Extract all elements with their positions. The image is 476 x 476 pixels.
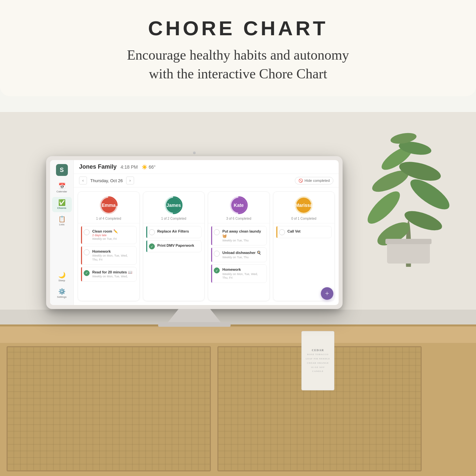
- chore-name: Replace Air Filters: [157, 229, 199, 234]
- chore-late: 2 days late: [92, 234, 134, 237]
- add-chore-button[interactable]: +: [321, 287, 333, 300]
- chore-item[interactable]: ✓HomeworkWeekly on Mon, Tue, Wed, Thu, F…: [211, 264, 267, 283]
- nav-date: Thursday, Oct 26: [90, 178, 123, 183]
- sidebar-logo: S: [56, 164, 68, 176]
- avatar-ring-kate: Kate: [229, 196, 248, 215]
- chore-name: Clean room ✏️: [92, 229, 134, 234]
- chore-name: Put away clean laundy 🧺: [222, 229, 264, 238]
- candle-decoration: Cedar ROSE TOBACCO LEAF FIR NEEDLE CEDAR…: [298, 318, 338, 390]
- chore-item[interactable]: HomeworkWeekly on Mon, Tue, Wed, Thu, Fr…: [81, 246, 137, 265]
- chore-item[interactable]: Replace Air Filters: [146, 226, 202, 238]
- main-content: Jones Family 4:18 PM ☀️ 66° ‹ Thursday, …: [74, 160, 339, 305]
- chore-checkbox[interactable]: [149, 229, 155, 235]
- chore-info: Replace Air Filters: [157, 229, 199, 234]
- column-header-emma: Emma 1 of 4 Completed: [78, 192, 139, 223]
- avatar-james: James: [166, 198, 181, 213]
- chore-list-kate: Put away clean laundy 🧺Weekly on Tue, Th…: [208, 223, 269, 301]
- monitor-base: [158, 322, 231, 327]
- svg-rect-11: [385, 239, 432, 244]
- chore-schedule: Weekly on Mon, Tue, Wed, Thu, Fri: [92, 254, 134, 262]
- svg-point-3: [363, 187, 405, 228]
- chore-checkbox[interactable]: [84, 249, 90, 255]
- chore-name: Call Vet: [288, 229, 329, 234]
- chore-info: HomeworkWeekly on Mon, Tue, Wed, Thu, Fr…: [92, 249, 134, 262]
- monitor-camera: [193, 152, 196, 154]
- chore-item[interactable]: Call Vet: [276, 226, 332, 238]
- completion-text-kate: 3 of 6 Completed: [226, 217, 251, 220]
- chore-item[interactable]: Unload dishwasher 🍳Weekly on Tue, Thu: [211, 247, 267, 262]
- avatar-emma: Emma: [101, 198, 116, 213]
- chore-name: Homework: [92, 249, 134, 254]
- chore-list-emma: Clean room ✏️2 days lateWeekly on Tue, F…: [78, 223, 139, 301]
- chore-info: Print DMV Paperwork: [157, 243, 199, 248]
- sidebar-item-sleep[interactable]: 🌙 Sleep: [52, 269, 72, 285]
- avatar-ring-marissa: Marissa: [294, 196, 313, 215]
- sidebar: S 📅 Calendar ✅ Chores 📋 Lists: [50, 160, 74, 305]
- sidebar-bottom: 🌙 Sleep ⚙️ Settings: [52, 269, 72, 301]
- app-header: Jones Family 4:18 PM ☀️ 66°: [74, 160, 339, 174]
- chore-checkbox[interactable]: ✓: [84, 270, 90, 276]
- avatar-ring-emma: Emma: [99, 196, 118, 215]
- family-name: Jones Family: [79, 163, 117, 170]
- sidebar-item-settings[interactable]: ⚙️ Settings: [52, 286, 72, 301]
- chore-column-kate: Kate 3 of 6 Completed Put away clean lau…: [208, 191, 270, 301]
- calendar-icon: 📅: [58, 183, 66, 189]
- chore-item[interactable]: ✓Read for 20 minutes 📖Weekly on Mon, Tue…: [81, 267, 137, 282]
- column-header-james: James 1 of 2 Completed: [143, 192, 205, 223]
- completion-text-emma: 1 of 4 Completed: [96, 217, 121, 220]
- completion-text-james: 1 of 2 Completed: [161, 217, 186, 220]
- chore-list-james: Replace Air Filters✓Print DMV Paperwork: [143, 223, 205, 301]
- chore-name: Unload dishwasher 🍳: [222, 250, 264, 255]
- chore-checkbox[interactable]: ✓: [214, 267, 220, 273]
- sleep-icon: 🌙: [58, 272, 66, 278]
- nav-bar: ‹ Thursday, Oct 26 › 🚫 Hide completed: [74, 174, 339, 187]
- banner-subtitle: Encourage healthy habits and autonomy wi…: [26, 46, 450, 83]
- chore-checkbox[interactable]: [84, 229, 90, 235]
- sidebar-label-lists: Lists: [59, 223, 64, 226]
- drawer-weave-left: [8, 347, 210, 470]
- scene: Cedar ROSE TOBACCO LEAF FIR NEEDLE CEDAR…: [0, 112, 476, 476]
- chore-item[interactable]: ✓Print DMV Paperwork: [146, 240, 202, 252]
- chore-item[interactable]: Put away clean laundy 🧺Weekly on Tue, Th…: [211, 226, 267, 245]
- chore-info: HomeworkWeekly on Mon, Tue, Wed, Thu, Fr…: [222, 267, 264, 280]
- temperature: 66°: [149, 164, 155, 170]
- drawer-left: [7, 346, 211, 471]
- banner-title: CHORE CHART: [26, 16, 450, 40]
- chore-info: Call Vet: [288, 229, 329, 234]
- header-weather: ☀️ 66°: [142, 164, 155, 170]
- sidebar-item-chores[interactable]: ✅ Chores: [52, 197, 72, 212]
- chore-checkbox[interactable]: [279, 229, 285, 235]
- avatar-ring-james: James: [164, 196, 183, 215]
- sidebar-label-calendar: Calendar: [56, 190, 67, 193]
- monitor: S 📅 Calendar ✅ Chores 📋 Lists: [46, 152, 343, 327]
- sidebar-item-lists[interactable]: 📋 Lists: [52, 213, 72, 229]
- chore-checkbox[interactable]: [214, 251, 220, 257]
- next-arrow[interactable]: ›: [126, 177, 134, 184]
- chores-icon: ✅: [58, 200, 66, 206]
- chore-column-marissa: Marissa 0 of 1 Completed Call Vet: [273, 191, 335, 301]
- chore-item[interactable]: Clean room ✏️2 days lateWeekly on Tue, F…: [81, 226, 137, 244]
- candle-brand: Cedar ROSE TOBACCO LEAF FIR NEEDLE CEDAR…: [305, 348, 331, 374]
- avatar-kate: Kate: [231, 198, 246, 213]
- chore-columns: Emma 1 of 4 Completed Clean room ✏️2 day…: [74, 187, 339, 305]
- chore-checkbox[interactable]: ✓: [149, 243, 155, 249]
- sidebar-label-sleep: Sleep: [58, 279, 65, 282]
- chore-schedule: Weekly on Tue, Thu: [222, 256, 264, 260]
- lists-icon: 📋: [58, 216, 66, 222]
- chore-name: Print DMV Paperwork: [157, 243, 199, 248]
- completion-text-marissa: 0 of 1 Completed: [291, 217, 316, 220]
- sidebar-item-calendar[interactable]: 📅 Calendar: [52, 181, 72, 196]
- column-header-kate: Kate 3 of 6 Completed: [208, 192, 269, 223]
- monitor-outer: S 📅 Calendar ✅ Chores 📋 Lists: [46, 156, 343, 309]
- hide-completed-label: Hide completed: [305, 179, 330, 182]
- chore-schedule: Weekly on Tue, Fri: [92, 237, 134, 241]
- prev-arrow[interactable]: ‹: [79, 177, 87, 184]
- chore-schedule: Weekly on Mon, Tue, Wed,: [92, 275, 134, 279]
- dresser: [0, 324, 476, 476]
- chore-info: Clean room ✏️2 days lateWeekly on Tue, F…: [92, 229, 134, 241]
- top-banner: CHORE CHART Encourage healthy habits and…: [0, 0, 476, 96]
- chore-checkbox[interactable]: [214, 229, 220, 235]
- chore-schedule: Weekly on Tue, Thu: [222, 239, 264, 243]
- hide-completed-button[interactable]: 🚫 Hide completed: [295, 177, 333, 184]
- sidebar-label-settings: Settings: [57, 295, 67, 298]
